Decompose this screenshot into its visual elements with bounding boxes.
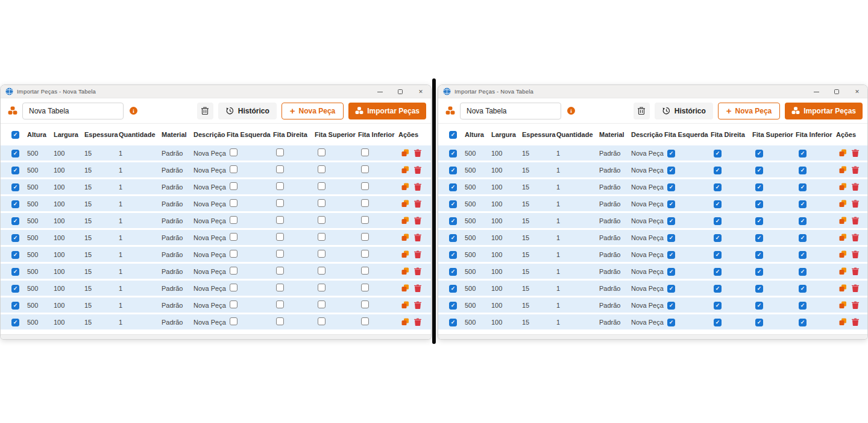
duplicate-row-button[interactable] — [401, 267, 409, 275]
fita-direita-checkbox[interactable] — [714, 234, 722, 242]
row-select-checkbox[interactable] — [449, 234, 457, 242]
fita-inferior-checkbox[interactable] — [799, 167, 807, 174]
duplicate-row-button[interactable] — [401, 166, 409, 174]
fita-inferior-checkbox[interactable] — [361, 165, 369, 173]
fita-superior-checkbox[interactable] — [318, 267, 326, 275]
row-select-checkbox[interactable] — [449, 319, 457, 326]
duplicate-row-button[interactable] — [839, 166, 847, 174]
delete-row-button[interactable] — [414, 250, 421, 258]
fita-superior-checkbox[interactable] — [318, 284, 326, 291]
delete-row-button[interactable] — [414, 234, 421, 241]
select-all-checkbox[interactable] — [449, 131, 457, 139]
nova-peca-button[interactable]: + Nova Peça — [281, 103, 344, 119]
fita-inferior-checkbox[interactable] — [799, 183, 807, 191]
row-select-checkbox[interactable] — [11, 285, 19, 293]
row-select-checkbox[interactable] — [11, 167, 19, 174]
delete-row-button[interactable] — [852, 183, 859, 191]
duplicate-row-button[interactable] — [839, 301, 847, 309]
fita-direita-checkbox[interactable] — [276, 317, 284, 325]
row-select-checkbox[interactable] — [449, 251, 457, 259]
delete-row-button[interactable] — [414, 284, 421, 292]
delete-row-button[interactable] — [414, 200, 421, 208]
delete-table-button[interactable] — [197, 103, 213, 119]
fita-esquerda-checkbox[interactable] — [667, 183, 675, 191]
fita-esquerda-checkbox[interactable] — [667, 285, 675, 293]
fita-esquerda-checkbox[interactable] — [667, 150, 675, 157]
fita-esquerda-checkbox[interactable] — [230, 199, 237, 207]
duplicate-row-button[interactable] — [401, 284, 409, 292]
row-select-checkbox[interactable] — [11, 183, 19, 191]
fita-esquerda-checkbox[interactable] — [667, 302, 675, 310]
fita-inferior-checkbox[interactable] — [361, 267, 369, 275]
duplicate-row-button[interactable] — [401, 318, 409, 326]
row-select-checkbox[interactable] — [449, 167, 457, 174]
fita-superior-checkbox[interactable] — [318, 216, 326, 224]
fita-superior-checkbox[interactable] — [755, 217, 763, 225]
fita-inferior-checkbox[interactable] — [361, 216, 369, 224]
fita-esquerda-checkbox[interactable] — [230, 267, 237, 275]
fita-direita-checkbox[interactable] — [276, 216, 284, 224]
row-select-checkbox[interactable] — [449, 200, 457, 208]
delete-row-button[interactable] — [852, 318, 859, 326]
fita-superior-checkbox[interactable] — [318, 301, 326, 308]
importar-pecas-button[interactable]: Importar Peças — [785, 103, 863, 119]
table-name-input[interactable] — [460, 103, 561, 119]
fita-inferior-checkbox[interactable] — [361, 317, 369, 325]
fita-direita-checkbox[interactable] — [276, 199, 284, 207]
fita-superior-checkbox[interactable] — [318, 250, 326, 258]
maximize-button[interactable] — [826, 85, 847, 98]
fita-superior-checkbox[interactable] — [318, 317, 326, 325]
minimize-button[interactable] — [806, 85, 826, 98]
fita-inferior-checkbox[interactable] — [799, 234, 807, 242]
row-select-checkbox[interactable] — [11, 234, 19, 242]
row-select-checkbox[interactable] — [11, 302, 19, 310]
delete-row-button[interactable] — [414, 301, 421, 309]
fita-superior-checkbox[interactable] — [755, 285, 763, 293]
duplicate-row-button[interactable] — [401, 217, 409, 224]
fita-inferior-checkbox[interactable] — [361, 250, 369, 258]
duplicate-row-button[interactable] — [839, 234, 847, 241]
fita-esquerda-checkbox[interactable] — [667, 319, 675, 326]
row-select-checkbox[interactable] — [449, 302, 457, 310]
duplicate-row-button[interactable] — [401, 149, 409, 157]
fita-direita-checkbox[interactable] — [276, 267, 284, 275]
duplicate-row-button[interactable] — [401, 250, 409, 258]
duplicate-row-button[interactable] — [839, 217, 847, 224]
delete-row-button[interactable] — [852, 149, 859, 157]
fita-inferior-checkbox[interactable] — [799, 150, 807, 157]
close-button[interactable]: ✕ — [847, 85, 867, 98]
fita-direita-checkbox[interactable] — [714, 268, 722, 276]
fita-direita-checkbox[interactable] — [276, 250, 284, 258]
delete-row-button[interactable] — [852, 267, 859, 275]
fita-esquerda-checkbox[interactable] — [667, 167, 675, 174]
delete-row-button[interactable] — [414, 149, 421, 157]
row-select-checkbox[interactable] — [449, 217, 457, 225]
fita-esquerda-checkbox[interactable] — [667, 217, 675, 225]
select-all-checkbox[interactable] — [11, 131, 19, 139]
fita-direita-checkbox[interactable] — [276, 182, 284, 190]
delete-row-button[interactable] — [852, 301, 859, 309]
fita-direita-checkbox[interactable] — [714, 183, 722, 191]
fita-superior-checkbox[interactable] — [318, 199, 326, 207]
nova-peca-button[interactable]: + Nova Peça — [718, 103, 780, 119]
duplicate-row-button[interactable] — [401, 200, 409, 208]
row-select-checkbox[interactable] — [449, 268, 457, 276]
info-icon[interactable]: i — [130, 107, 137, 115]
fita-esquerda-checkbox[interactable] — [667, 234, 675, 242]
fita-esquerda-checkbox[interactable] — [667, 200, 675, 208]
fita-esquerda-checkbox[interactable] — [667, 251, 675, 259]
fita-superior-checkbox[interactable] — [755, 234, 763, 242]
row-select-checkbox[interactable] — [449, 285, 457, 293]
fita-direita-checkbox[interactable] — [714, 251, 722, 259]
duplicate-row-button[interactable] — [839, 318, 847, 326]
fita-esquerda-checkbox[interactable] — [230, 165, 237, 173]
delete-row-button[interactable] — [852, 217, 859, 224]
fita-inferior-checkbox[interactable] — [799, 200, 807, 208]
fita-superior-checkbox[interactable] — [755, 200, 763, 208]
fita-direita-checkbox[interactable] — [714, 285, 722, 293]
fita-esquerda-checkbox[interactable] — [230, 233, 237, 241]
fita-esquerda-checkbox[interactable] — [230, 284, 237, 291]
duplicate-row-button[interactable] — [839, 250, 847, 258]
minimize-button[interactable] — [370, 85, 390, 98]
duplicate-row-button[interactable] — [839, 284, 847, 292]
